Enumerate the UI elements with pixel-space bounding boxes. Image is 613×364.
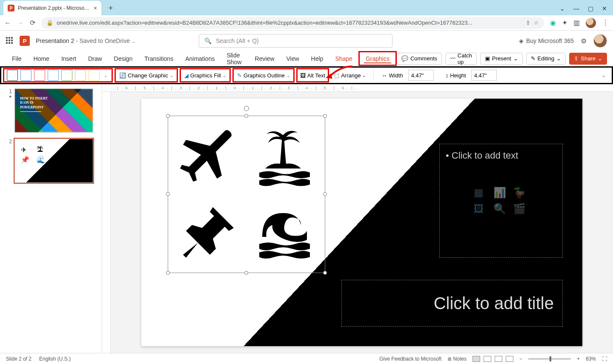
slide-stage[interactable]: • Click to add text ▦ 📊 🦆 🖼 🔍 🎬 Click to… [111,92,613,353]
resize-handle[interactable] [166,271,170,275]
arrange-button[interactable]: ⬚ Arrange ⌄ [331,69,369,82]
style-swatch[interactable] [20,70,32,81]
tab-help[interactable]: Help [305,51,329,66]
wave-icon[interactable] [253,201,313,261]
tab-draw[interactable]: Draw [82,51,108,66]
rotate-handle[interactable] [244,106,249,111]
user-avatar[interactable] [593,34,607,48]
zoom-percent[interactable]: 83% [586,356,596,362]
style-swatch[interactable] [89,70,100,81]
forward-icon[interactable]: → [17,19,24,27]
close-tab-icon[interactable]: × [94,5,97,11]
buy-office-link[interactable]: ◈ Buy Microsoft 365 [519,37,574,44]
sorter-view-icon[interactable] [484,356,491,362]
menu-icon[interactable]: ⋮ [602,19,609,27]
url-field[interactable]: 🔒 onedrive.live.com/edit.aspx?action=edi… [41,17,544,29]
island-icon[interactable] [253,128,313,188]
slide-thumbnail-panel[interactable]: 1★ HOW TO INSERTICON INPOWERPOINT 2 ✈🏝📌🌊 [0,84,102,353]
zoom-slider[interactable] [528,358,571,360]
share-url-icon[interactable]: ⇪ [526,20,530,26]
pushpin-icon[interactable] [180,201,240,261]
resize-handle[interactable] [166,114,170,118]
airplane-icon[interactable] [180,128,240,188]
editing-button[interactable]: ✎ Editing ⌄ [526,53,566,65]
height-input[interactable] [471,70,497,81]
tab-review[interactable]: Review [249,51,281,66]
sidepanel-icon[interactable]: ▥ [573,19,580,27]
tab-animations[interactable]: Animations [179,51,221,66]
resize-handle[interactable] [166,192,170,196]
width-input[interactable] [408,70,434,81]
tab-graphics[interactable]: Graphics [358,51,397,66]
feedback-link[interactable]: Give Feedback to Microsoft [379,356,441,362]
slide-position[interactable]: Slide 2 of 2 [6,356,32,362]
bookmark-icon[interactable]: ☆ [534,20,539,26]
resize-handle[interactable] [323,271,327,275]
slideshow-view-icon[interactable] [506,356,513,362]
extensions-icon[interactable]: ✦ [562,19,567,27]
search-input[interactable]: 🔍 Search (Alt + Q) [199,34,392,48]
ribbon-overflow-icon[interactable]: ⌄ [597,72,610,78]
alt-text-button[interactable]: 🖼 Alt Text [296,68,329,82]
app-launcher-icon[interactable] [6,37,14,45]
minimize-icon[interactable]: — [573,5,579,12]
reload-icon[interactable]: ⟳ [30,19,35,27]
tab-slideshow[interactable]: Slide Show [221,51,249,66]
notes-toggle[interactable]: ≣ Notes [447,356,467,362]
content-placeholder[interactable]: • Click to add text ▦ 📊 🦆 🖼 🔍 🎬 [439,144,563,258]
tab-home[interactable]: Home [28,51,55,66]
maximize-icon[interactable]: ▢ [588,5,593,12]
graphics-outline-button[interactable]: ✎ Graphics Outline⌄ [232,68,295,82]
share-button[interactable]: ⇪ Share ⌄ [569,53,607,65]
slide-thumbnail-1[interactable]: HOW TO INSERTICON INPOWERPOINT [14,88,93,133]
gallery-more-icon[interactable]: ⌄ [102,73,109,78]
language-status[interactable]: English (U.S.) [39,356,71,362]
close-window-icon[interactable]: ✕ [602,5,607,12]
chevron-down-icon[interactable]: ⌄ [560,5,565,12]
resize-handle[interactable] [323,192,327,196]
tab-view[interactable]: View [281,51,305,66]
graphics-fill-button[interactable]: ◢ Graphics Fill⌄ [180,68,231,82]
change-graphic-button[interactable]: 🔄 Change Graphic⌄ [115,68,178,82]
fit-to-window-icon[interactable]: ⛶ [602,356,607,362]
resize-handle[interactable] [323,114,327,118]
extension-icon[interactable]: ◉ [550,19,556,27]
smartart-insert-icon[interactable]: 🦆 [513,187,528,199]
tab-insert[interactable]: Insert [55,51,82,66]
style-swatch[interactable] [61,70,72,81]
gear-icon[interactable]: ⚙ [581,37,587,45]
style-swatch[interactable] [34,70,45,81]
selected-graphic-group[interactable] [168,116,325,273]
style-swatch[interactable] [75,70,86,81]
resize-handle[interactable] [244,114,248,118]
tab-file[interactable]: File [6,51,28,66]
chevron-down-icon[interactable]: ⌄ [132,39,135,44]
present-button[interactable]: ▣ Present ⌄ [480,53,523,65]
zoom-in-icon[interactable]: + [577,356,580,362]
tab-transitions[interactable]: Transitions [138,51,179,66]
tab-design[interactable]: Design [108,51,139,66]
profile-avatar[interactable] [586,18,596,28]
picture-insert-icon[interactable]: 🖼 [474,203,489,215]
reading-view-icon[interactable] [495,356,502,362]
online-picture-icon[interactable]: 🔍 [493,203,509,215]
normal-view-icon[interactable] [473,356,480,362]
chart-insert-icon[interactable]: 📊 [493,187,509,199]
style-swatch[interactable] [7,70,18,81]
video-insert-icon[interactable]: 🎬 [513,203,528,215]
comments-button[interactable]: 💬 Comments [397,53,442,65]
back-icon[interactable]: ← [4,19,11,27]
zoom-out-icon[interactable]: − [519,356,522,362]
catchup-button[interactable]: 〰 Catch up [445,53,477,65]
new-tab-button[interactable]: + [105,2,117,14]
graphic-styles-gallery[interactable]: ⌄ [3,68,113,82]
slide-canvas[interactable]: • Click to add text ▦ 📊 🦆 🖼 🔍 🎬 Click to… [141,99,582,346]
browser-tab[interactable]: P Presentation 2.pptx - Microsoft P × [3,1,101,15]
slide-thumbnail-2[interactable]: ✈🏝📌🌊 [14,139,93,183]
resize-handle[interactable] [244,271,248,275]
style-swatch[interactable] [48,70,59,81]
tab-shape[interactable]: Shape [329,51,358,66]
document-title[interactable]: Presentation 2 - Saved to OneDrive ⌄ [36,37,135,44]
title-placeholder[interactable]: Click to add title [341,280,563,327]
table-insert-icon[interactable]: ▦ [474,187,489,199]
